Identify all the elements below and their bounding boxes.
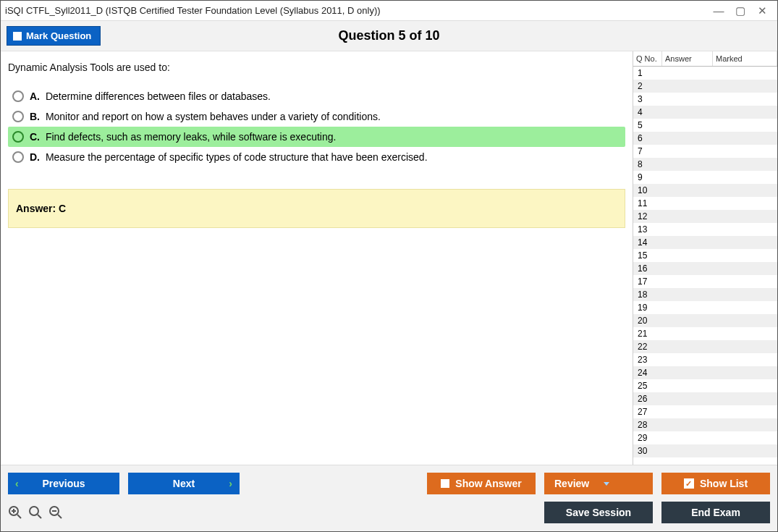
option-text: Measure the percentage of specific types… bbox=[43, 151, 428, 163]
question-title: Question 5 of 10 bbox=[338, 28, 439, 43]
zoom-controls bbox=[8, 505, 63, 520]
qlist-row[interactable]: 29 bbox=[633, 431, 777, 444]
col-answer: Answer bbox=[662, 51, 713, 66]
qlist-qno: 9 bbox=[633, 172, 662, 182]
qlist-qno: 7 bbox=[633, 146, 662, 156]
qlist-row[interactable]: 28 bbox=[633, 418, 777, 431]
answer-box: Answer: C bbox=[8, 189, 625, 228]
qlist-row[interactable]: 20 bbox=[633, 314, 777, 327]
option-label: D. Measure the percentage of specific ty… bbox=[30, 151, 428, 163]
qlist-row[interactable]: 9 bbox=[633, 171, 777, 184]
review-button[interactable]: Review bbox=[544, 473, 653, 494]
qlist-row[interactable]: 30 bbox=[633, 444, 777, 457]
qlist-qno: 19 bbox=[633, 303, 662, 313]
qlist-qno: 21 bbox=[633, 329, 662, 339]
qlist-qno: 5 bbox=[633, 120, 662, 130]
qlist-row[interactable]: 15 bbox=[633, 249, 777, 262]
zoom-reset-icon[interactable] bbox=[28, 505, 43, 520]
show-list-button[interactable]: ✓ Show List bbox=[661, 473, 770, 494]
qlist-row[interactable]: 12 bbox=[633, 210, 777, 223]
show-answer-button[interactable]: Show Answer bbox=[427, 473, 536, 494]
show-answer-label: Show Answer bbox=[455, 478, 521, 489]
qlist-row[interactable]: 5 bbox=[633, 119, 777, 132]
radio-icon[interactable] bbox=[12, 90, 24, 102]
qlist-qno: 20 bbox=[633, 316, 662, 326]
qlist-qno: 14 bbox=[633, 237, 662, 248]
question-panel: Dynamic Analysis Tools are used to: A. D… bbox=[1, 51, 633, 465]
qlist-row[interactable]: 3 bbox=[633, 93, 777, 106]
qlist-qno: 22 bbox=[633, 342, 662, 352]
question-text: Dynamic Analysis Tools are used to: bbox=[8, 62, 625, 73]
window-title: iSQI CTFL_Syll2011_D (ISTQB Certified Te… bbox=[5, 5, 381, 16]
option-row[interactable]: B. Monitor and report on how a system be… bbox=[8, 106, 625, 127]
option-label: C. Find defects, such as memory leaks, w… bbox=[30, 131, 336, 143]
next-button[interactable]: Next › bbox=[128, 473, 240, 494]
qlist-row[interactable]: 4 bbox=[633, 106, 777, 119]
zoom-out-icon[interactable] bbox=[48, 505, 63, 520]
qlist-row[interactable]: 6 bbox=[633, 132, 777, 145]
qlist-row[interactable]: 23 bbox=[633, 353, 777, 366]
check-icon: ✓ bbox=[684, 478, 694, 489]
header-bar: Mark Question Question 5 of 10 bbox=[1, 21, 777, 51]
qlist-qno: 30 bbox=[633, 446, 662, 456]
qlist-row[interactable]: 10 bbox=[633, 184, 777, 197]
qlist-row[interactable]: 19 bbox=[633, 301, 777, 314]
option-label: B. Monitor and report on how a system be… bbox=[30, 111, 381, 122]
qlist-qno: 13 bbox=[633, 224, 662, 235]
qlist-qno: 8 bbox=[633, 159, 662, 169]
radio-icon[interactable] bbox=[12, 131, 24, 143]
chevron-right-icon: › bbox=[229, 478, 232, 489]
qlist-qno: 4 bbox=[633, 107, 662, 117]
next-label: Next bbox=[173, 478, 195, 489]
chevron-left-icon: ‹ bbox=[15, 478, 19, 489]
qlist-row[interactable]: 7 bbox=[633, 145, 777, 158]
square-icon bbox=[441, 479, 449, 488]
close-icon[interactable]: ✕ bbox=[751, 4, 773, 17]
qlist-body[interactable]: 1234567891011121314151617181920212223242… bbox=[633, 67, 777, 465]
previous-button[interactable]: ‹ Previous bbox=[8, 473, 119, 494]
qlist-row[interactable]: 13 bbox=[633, 223, 777, 236]
col-qno: Q No. bbox=[633, 51, 662, 66]
app-window: iSQI CTFL_Syll2011_D (ISTQB Certified Te… bbox=[0, 0, 778, 532]
minimize-icon[interactable]: — bbox=[708, 4, 730, 17]
show-list-label: Show List bbox=[700, 478, 748, 489]
qlist-qno: 28 bbox=[633, 420, 662, 430]
radio-icon[interactable] bbox=[12, 111, 24, 122]
option-row[interactable]: C. Find defects, such as memory leaks, w… bbox=[8, 127, 625, 147]
option-letter: D. bbox=[30, 151, 40, 163]
qlist-row[interactable]: 22 bbox=[633, 340, 777, 353]
option-letter: B. bbox=[30, 111, 40, 122]
qlist-row[interactable]: 27 bbox=[633, 405, 777, 418]
qlist-qno: 15 bbox=[633, 250, 662, 261]
qlist-row[interactable]: 16 bbox=[633, 262, 777, 275]
qlist-row[interactable]: 1 bbox=[633, 67, 777, 80]
qlist-qno: 2 bbox=[633, 81, 662, 91]
qlist-row[interactable]: 11 bbox=[633, 197, 777, 210]
zoom-in-icon[interactable] bbox=[8, 505, 22, 520]
qlist-qno: 11 bbox=[633, 198, 662, 208]
qlist-qno: 27 bbox=[633, 407, 662, 417]
svg-line-5 bbox=[38, 515, 41, 518]
radio-icon[interactable] bbox=[12, 151, 24, 163]
option-text: Find defects, such as memory leaks, whil… bbox=[43, 131, 336, 143]
end-exam-button[interactable]: End Exam bbox=[661, 502, 770, 523]
chevron-down-icon bbox=[604, 482, 609, 486]
qlist-row[interactable]: 18 bbox=[633, 288, 777, 301]
content-area: Dynamic Analysis Tools are used to: A. D… bbox=[1, 51, 777, 465]
qlist-row[interactable]: 14 bbox=[633, 236, 777, 249]
option-text: Determine differences between files or d… bbox=[43, 90, 271, 102]
qlist-row[interactable]: 8 bbox=[633, 158, 777, 171]
qlist-row[interactable]: 26 bbox=[633, 392, 777, 405]
checkbox-icon bbox=[13, 32, 22, 41]
save-session-button[interactable]: Save Session bbox=[544, 502, 653, 523]
option-row[interactable]: D. Measure the percentage of specific ty… bbox=[8, 147, 625, 167]
maximize-icon[interactable]: ▢ bbox=[730, 4, 751, 17]
option-letter: C. bbox=[30, 131, 40, 143]
qlist-row[interactable]: 2 bbox=[633, 80, 777, 93]
option-row[interactable]: A. Determine differences between files o… bbox=[8, 86, 625, 106]
mark-question-button[interactable]: Mark Question bbox=[7, 26, 101, 46]
qlist-row[interactable]: 25 bbox=[633, 379, 777, 392]
qlist-row[interactable]: 24 bbox=[633, 366, 777, 379]
qlist-row[interactable]: 21 bbox=[633, 327, 777, 340]
qlist-row[interactable]: 17 bbox=[633, 275, 777, 288]
